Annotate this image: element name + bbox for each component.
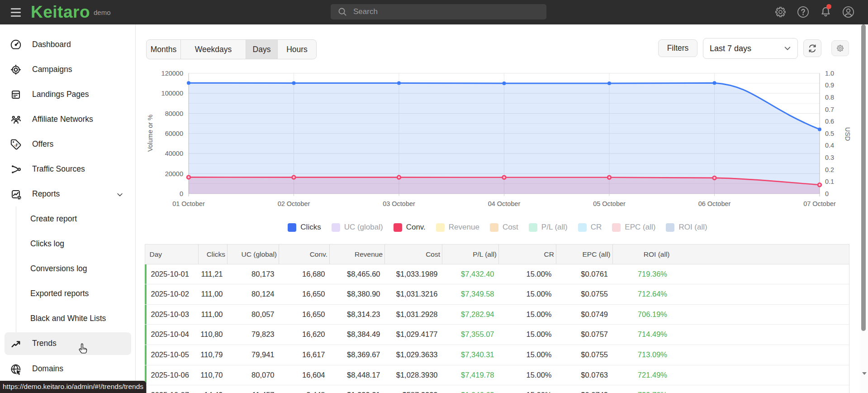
- svg-text:01 October: 01 October: [172, 200, 205, 207]
- svg-text:0.8: 0.8: [825, 94, 834, 101]
- svg-text:04 October: 04 October: [488, 200, 521, 207]
- svg-text:07 October: 07 October: [803, 200, 836, 207]
- svg-text:0.5: 0.5: [825, 130, 834, 137]
- svg-text:0.6: 0.6: [825, 118, 834, 125]
- svg-text:60000: 60000: [165, 130, 183, 137]
- svg-text:05 October: 05 October: [593, 200, 626, 207]
- svg-text:0.2: 0.2: [825, 166, 834, 173]
- svg-text:0.9: 0.9: [825, 81, 834, 89]
- svg-text:06 October: 06 October: [698, 200, 731, 207]
- svg-text:0.7: 0.7: [825, 106, 834, 113]
- svg-text:02 October: 02 October: [278, 200, 310, 207]
- svg-text:100000: 100000: [161, 90, 183, 97]
- svg-text:80000: 80000: [165, 110, 183, 117]
- svg-text:Volume or %: Volume or %: [147, 115, 154, 152]
- svg-text:20000: 20000: [165, 170, 183, 177]
- svg-text:0: 0: [825, 190, 829, 197]
- svg-text:1.0: 1.0: [825, 70, 834, 77]
- svg-text:03 October: 03 October: [383, 200, 415, 207]
- svg-text:USD: USD: [844, 127, 851, 141]
- svg-text:120000: 120000: [161, 70, 183, 77]
- svg-text:0.3: 0.3: [825, 154, 834, 161]
- svg-text:40000: 40000: [165, 150, 183, 157]
- svg-text:0: 0: [180, 190, 183, 197]
- svg-text:0.1: 0.1: [825, 178, 834, 185]
- svg-text:0.4: 0.4: [825, 142, 834, 149]
